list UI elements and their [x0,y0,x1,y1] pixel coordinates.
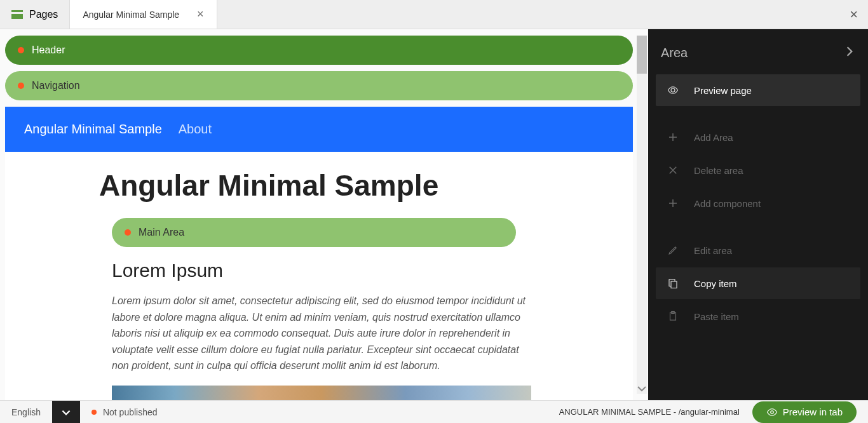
action-label: Add component [694,198,761,209]
content-subheading: Lorem Ipsum [112,260,531,281]
action-add-area[interactable]: Add Area [656,121,860,153]
editor-canvas: Header Navigation Angular Minimal Sample… [0,29,648,400]
preview-in-tab-button[interactable]: Preview in tab [752,401,857,423]
nav-link-home[interactable]: Angular Minimal Sample [24,122,162,137]
area-navigation-label: Navigation [32,80,80,91]
action-label: Copy item [694,278,737,289]
area-header-label: Header [32,44,65,56]
page-nav-bar: Angular Minimal Sample About [5,107,633,152]
action-edit-area[interactable]: Edit area [656,234,860,266]
tab-label: Angular Minimal Sample [83,10,179,20]
tab-bar: Pages Angular Minimal Sample × × [0,0,868,29]
action-label: Add Area [694,132,733,143]
action-label: Paste item [694,311,739,322]
page-title: Angular Minimal Sample [99,168,544,203]
sidebar-group-2: Add Area Delete area Add component [648,121,868,220]
main-area-wrap: Main Area Lorem Ipsum Lorem ipsum dolor … [99,218,544,400]
status-dot-icon [18,83,24,89]
pages-tab[interactable]: Pages [0,0,69,29]
action-label: Edit area [694,245,732,256]
eye-icon [766,406,778,418]
sidebar-title: Area [661,46,688,60]
nav-link-about[interactable]: About [179,122,212,137]
action-label: Preview page [694,85,752,96]
plus-icon [667,198,679,209]
preview-btn-label: Preview in tab [783,406,843,417]
page-path: ANGULAR MINIMAL SAMPLE - /angular-minima… [546,407,752,417]
area-header[interactable]: Header [5,36,633,65]
publish-status: Not published [80,407,169,417]
clipboard-icon [667,311,679,322]
scrollbar-thumb[interactable] [637,36,647,74]
plus-icon [667,131,679,143]
close-icon[interactable]: × [197,8,204,21]
right-sidebar: Area Preview page Add Area [648,29,868,400]
area-navigation[interactable]: Navigation [5,71,633,100]
status-label: Not published [103,407,158,417]
status-dot-icon [92,410,97,415]
pages-label: Pages [29,9,58,20]
action-add-component[interactable]: Add component [656,187,860,219]
content-image [112,386,531,400]
sidebar-header[interactable]: Area [648,39,868,74]
language-dropdown[interactable] [52,401,80,424]
pages-icon [11,10,23,19]
bottom-bar: English Not published ANGULAR MINIMAL SA… [0,400,868,423]
area-main-label: Main Area [139,227,184,238]
page-content: Angular Minimal Sample Main Area Lorem I… [5,152,633,400]
action-delete-area[interactable]: Delete area [656,154,860,186]
language-label: English [0,407,52,417]
copy-icon [667,278,679,289]
action-label: Delete area [694,165,743,176]
scrollbar[interactable] [637,36,647,394]
sidebar-group-3: Edit area Copy item Paste item [648,234,868,333]
tab-angular-minimal[interactable]: Angular Minimal Sample × [69,0,217,29]
eye-icon [667,84,679,96]
chevron-down-icon [60,406,72,418]
close-icon [667,164,679,176]
status-dot-icon [125,229,131,236]
action-preview-page[interactable]: Preview page [656,74,860,106]
svg-rect-1 [671,281,677,288]
area-main[interactable]: Main Area [112,218,516,247]
content-paragraph: Lorem ipsum dolor sit amet, consectetur … [112,293,531,374]
status-dot-icon [18,47,24,53]
panel-close-icon[interactable]: × [850,6,858,23]
sidebar-group-1: Preview page [648,74,868,107]
action-paste-item[interactable]: Paste item [656,300,860,332]
chevron-right-icon [844,46,855,60]
action-copy-item[interactable]: Copy item [656,267,860,299]
pencil-icon [667,245,679,256]
main-layout: Header Navigation Angular Minimal Sample… [0,29,868,400]
scroll-down-icon[interactable] [637,384,647,394]
